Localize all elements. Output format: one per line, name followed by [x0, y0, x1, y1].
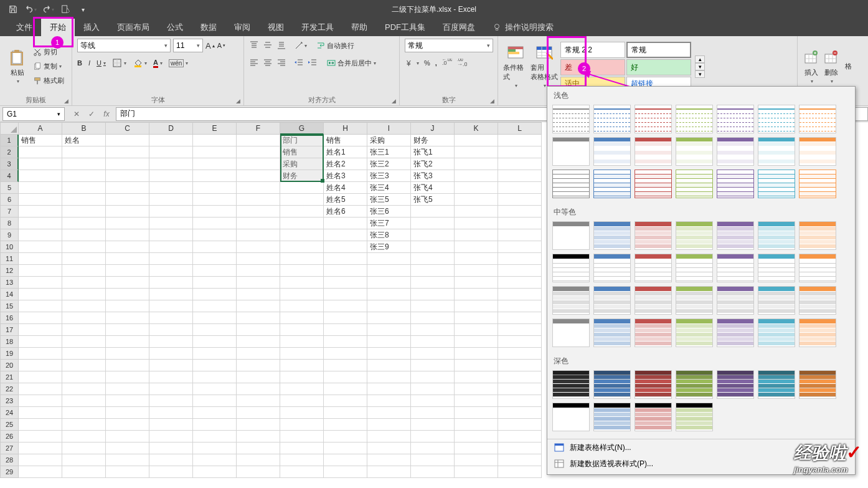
cell-F19[interactable] [237, 348, 280, 360]
cell-L25[interactable] [498, 419, 542, 431]
cell-H24[interactable] [324, 407, 367, 419]
cell-D15[interactable] [149, 300, 193, 312]
cell-G8[interactable] [280, 218, 324, 229]
table-style-thumb[interactable] [799, 286, 836, 315]
cell-L1[interactable] [498, 135, 542, 146]
cell-G1[interactable]: 部门 [280, 135, 324, 146]
cell-A3[interactable] [19, 158, 62, 170]
cell-F28[interactable] [237, 454, 280, 466]
cell-F17[interactable] [237, 324, 280, 336]
cell-A25[interactable] [19, 419, 62, 431]
cell-K17[interactable] [455, 324, 498, 336]
cell-B2[interactable] [62, 146, 106, 158]
font-size-combo[interactable]: 11▾ [173, 39, 203, 52]
cell-I18[interactable] [367, 336, 411, 348]
cell-C17[interactable] [106, 324, 149, 336]
cell-E21[interactable] [193, 371, 237, 383]
cell-I5[interactable]: 张三4 [367, 182, 411, 194]
cell-B26[interactable] [62, 431, 106, 443]
cell-I28[interactable] [367, 454, 411, 466]
cell-A7[interactable] [19, 206, 62, 218]
row-header-14[interactable]: 14 [0, 289, 19, 300]
decrease-indent-icon[interactable] [294, 58, 304, 68]
col-header-F[interactable]: F [237, 122, 280, 135]
table-style-thumb[interactable] [552, 318, 590, 347]
cell-J27[interactable] [411, 443, 455, 454]
cell-B18[interactable] [62, 336, 106, 348]
cell-G12[interactable] [280, 265, 324, 277]
cell-H5[interactable]: 姓名4 [324, 182, 367, 194]
font-color-button[interactable]: A▾ [153, 56, 163, 70]
cell-J18[interactable] [411, 336, 455, 348]
cell-L18[interactable] [498, 336, 542, 348]
cell-H26[interactable] [324, 431, 367, 443]
cell-D25[interactable] [149, 419, 193, 431]
table-style-thumb[interactable] [758, 137, 795, 166]
style-normal[interactable]: 常规 [626, 42, 691, 58]
cell-A19[interactable] [19, 348, 62, 360]
table-style-thumb[interactable] [634, 254, 672, 282]
number-format-combo[interactable]: 常规▾ [405, 39, 493, 52]
align-center-icon[interactable] [263, 58, 273, 68]
cell-J5[interactable]: 张飞4 [411, 182, 455, 194]
cell-D19[interactable] [149, 348, 193, 360]
cell-H2[interactable]: 姓名1 [324, 146, 367, 158]
cell-F23[interactable] [237, 395, 280, 407]
cell-C26[interactable] [106, 431, 149, 443]
cell-G29[interactable] [280, 466, 324, 478]
paste-button[interactable]: 粘贴▾ [5, 49, 30, 84]
row-header-3[interactable]: 3 [0, 158, 19, 170]
cell-G10[interactable] [280, 241, 324, 253]
cell-I16[interactable] [367, 312, 411, 324]
cell-L13[interactable] [498, 277, 542, 289]
cell-G16[interactable] [280, 312, 324, 324]
cell-H8[interactable] [324, 218, 367, 229]
cell-H3[interactable]: 姓名2 [324, 158, 367, 170]
cell-D26[interactable] [149, 431, 193, 443]
cell-I20[interactable] [367, 360, 411, 371]
cell-J21[interactable] [411, 371, 455, 383]
col-header-J[interactable]: J [411, 122, 455, 135]
cell-B27[interactable] [62, 443, 106, 454]
cell-H25[interactable] [324, 419, 367, 431]
cell-K25[interactable] [455, 419, 498, 431]
table-style-thumb[interactable] [552, 137, 590, 166]
cell-K11[interactable] [455, 253, 498, 265]
dialog-launcher-icon[interactable]: ◢ [390, 98, 397, 104]
table-style-thumb[interactable] [799, 370, 836, 399]
cell-E26[interactable] [193, 431, 237, 443]
row-header-25[interactable]: 25 [0, 419, 19, 431]
cell-B19[interactable] [62, 348, 106, 360]
cell-E12[interactable] [193, 265, 237, 277]
cell-I8[interactable]: 张三7 [367, 218, 411, 229]
table-style-thumb[interactable] [676, 370, 713, 399]
cell-C3[interactable] [106, 158, 149, 170]
cell-I6[interactable]: 张三5 [367, 194, 411, 206]
format-cells-button[interactable]: 格 [842, 62, 854, 71]
cell-F22[interactable] [237, 383, 280, 395]
cell-B8[interactable] [62, 218, 106, 229]
table-style-thumb[interactable] [717, 105, 754, 133]
cell-A28[interactable] [19, 454, 62, 466]
cell-D18[interactable] [149, 336, 193, 348]
cell-E23[interactable] [193, 395, 237, 407]
row-header-2[interactable]: 2 [0, 146, 19, 158]
cell-H6[interactable]: 姓名5 [324, 194, 367, 206]
cell-L17[interactable] [498, 324, 542, 336]
cell-K27[interactable] [455, 443, 498, 454]
row-header-11[interactable]: 11 [0, 253, 19, 265]
undo-button[interactable]: ▾ [22, 2, 39, 17]
cell-C9[interactable] [106, 229, 149, 241]
cell-F6[interactable] [237, 194, 280, 206]
cell-K2[interactable] [455, 146, 498, 158]
cell-E8[interactable] [193, 218, 237, 229]
cell-A10[interactable] [19, 241, 62, 253]
row-header-23[interactable]: 23 [0, 395, 19, 407]
table-style-thumb[interactable] [634, 137, 672, 166]
cell-E27[interactable] [193, 443, 237, 454]
cell-F18[interactable] [237, 336, 280, 348]
cell-D28[interactable] [149, 454, 193, 466]
cell-E11[interactable] [193, 253, 237, 265]
cell-C24[interactable] [106, 407, 149, 419]
cell-H11[interactable] [324, 253, 367, 265]
